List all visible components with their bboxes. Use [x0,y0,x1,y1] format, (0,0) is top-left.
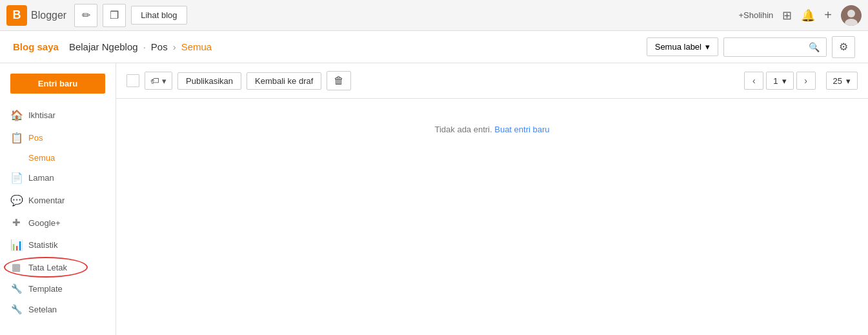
pos-icon: 📋 [10,132,22,144]
googleplus-icon: ✚ [10,217,22,228]
label-icon: 🏷 [150,76,159,86]
edit-icon-button[interactable]: ✏ [74,4,97,27]
semua-label-button[interactable]: Semua label ▾ [647,37,718,56]
sidebar-label-laman: Laman [28,173,54,183]
content-area: 🏷 ▾ Publikasikan Kembali ke draf 🗑 ‹ 1 ▾… [116,63,868,335]
grid-icon[interactable]: ⊞ [782,8,792,23]
sidebar-item-pos[interactable]: 📋 Pos [0,127,116,149]
sub-nav-right: Semua label ▾ 🔍 ⚙ [647,36,855,58]
settings-gear-button[interactable]: ⚙ [832,36,855,58]
plus-icon[interactable]: + [824,8,832,23]
semua-label-chevron: ▾ [705,42,710,52]
per-page-button[interactable]: 25 ▾ [826,72,858,90]
sidebar-label-statistik: Statistik [28,240,58,250]
delete-button[interactable]: 🗑 [327,71,351,90]
statistik-icon: 📊 [10,239,22,251]
search-input[interactable] [731,42,805,52]
pagination: ‹ 1 ▾ › [744,72,815,90]
sidebar-item-statistik[interactable]: 📊 Statistik [0,234,116,256]
buat-entri-baru-link[interactable]: Buat entri baru [494,125,549,134]
home-icon: 🏠 [10,109,22,121]
lihat-blog-button[interactable]: Lihat blog [131,6,187,25]
blogger-logo-text: Blogger [31,10,66,21]
sidebar-item-googleplus[interactable]: ✚ Google+ [0,212,116,234]
svg-point-1 [847,10,855,17]
breadcrumb-sep2: › [173,41,176,52]
user-name: +Sholihin [738,10,773,20]
sidebar-label-setelan: Setelan [28,305,57,314]
breadcrumb: Belajar Ngeblog · Pos › Semua [69,41,212,52]
sidebar-item-laman[interactable]: 📄 Laman [0,167,116,189]
komentar-icon: 💬 [10,194,22,207]
per-page-chevron: ▾ [846,76,851,86]
sidebar-label-template: Template [28,284,63,294]
label-button[interactable]: 🏷 ▾ [145,72,172,90]
setelan-icon: 🔧 [10,304,22,314]
laman-icon: 📄 [10,172,22,184]
sidebar-item-komentar[interactable]: 💬 Komentar [0,189,116,212]
page-number: 1 [773,76,778,86]
next-page-button[interactable]: › [796,72,816,90]
publikasikan-button[interactable]: Publikasikan [177,72,241,90]
top-nav: B Blogger ✏ ❐ Lihat blog +Sholihin ⊞ 🔔 + [0,0,868,31]
sidebar-sub-item-semua[interactable]: Semua [0,149,116,167]
sidebar-item-setelan[interactable]: 🔧 Setelan [0,299,116,320]
select-all-checkbox[interactable] [126,74,139,87]
entri-baru-button[interactable]: Entri baru [10,74,105,94]
current-page[interactable]: 1 ▾ [766,72,793,90]
blogger-logo-icon: B [6,5,27,26]
prev-page-button[interactable]: ‹ [744,72,763,90]
bell-icon[interactable]: 🔔 [801,8,815,23]
sidebar: Entri baru 🏠 Ikhtisar 📋 Pos Semua 📄 Lama… [0,63,116,335]
delete-icon: 🗑 [334,75,344,86]
sidebar-label-pos: Pos [28,133,43,143]
breadcrumb-sep1: · [143,41,146,52]
page-chevron: ▾ [782,76,787,86]
per-page-value: 25 [833,76,842,86]
empty-text: Tidak ada entri. [434,125,492,134]
blog-name: Belajar Ngeblog [69,41,138,52]
gear-icon: ⚙ [839,41,848,53]
breadcrumb-part2: Semua [181,41,212,52]
tata-letak-icon: ▦ [10,261,22,273]
label-chevron: ▾ [162,76,167,86]
sidebar-label-semua: Semua [28,153,55,163]
semua-label-text: Semua label [655,42,701,52]
sidebar-item-tata-letak[interactable]: ▦ Tata Letak [0,256,116,278]
blogger-logo: B Blogger [6,5,66,26]
blog-saya-link[interactable]: Blog saya [13,41,59,52]
avatar[interactable] [841,5,862,26]
sidebar-item-ikhtisar[interactable]: 🏠 Ikhtisar [0,104,116,127]
sub-nav: Blog saya Belajar Ngeblog · Pos › Semua … [0,31,868,63]
sidebar-label-ikhtisar: Ikhtisar [28,110,56,120]
copy-icon-button[interactable]: ❐ [103,4,126,27]
main-layout: Entri baru 🏠 Ikhtisar 📋 Pos Semua 📄 Lama… [0,63,868,335]
nav-right: +Sholihin ⊞ 🔔 + [738,5,862,26]
toolbar: 🏷 ▾ Publikasikan Kembali ke draf 🗑 ‹ 1 ▾… [116,63,868,99]
breadcrumb-part1: Pos [151,41,168,52]
search-icon: 🔍 [809,42,820,52]
sidebar-label-tata-letak: Tata Letak [28,263,67,272]
kembali-ke-draf-button[interactable]: Kembali ke draf [247,72,321,90]
search-box: 🔍 [723,37,827,57]
empty-message: Tidak ada entri. Buat entri baru [116,99,868,160]
sidebar-label-googleplus: Google+ [28,218,61,228]
sidebar-item-template[interactable]: 🔧 Template [0,278,116,299]
template-icon: 🔧 [10,283,22,294]
sidebar-label-komentar: Komentar [28,196,65,205]
